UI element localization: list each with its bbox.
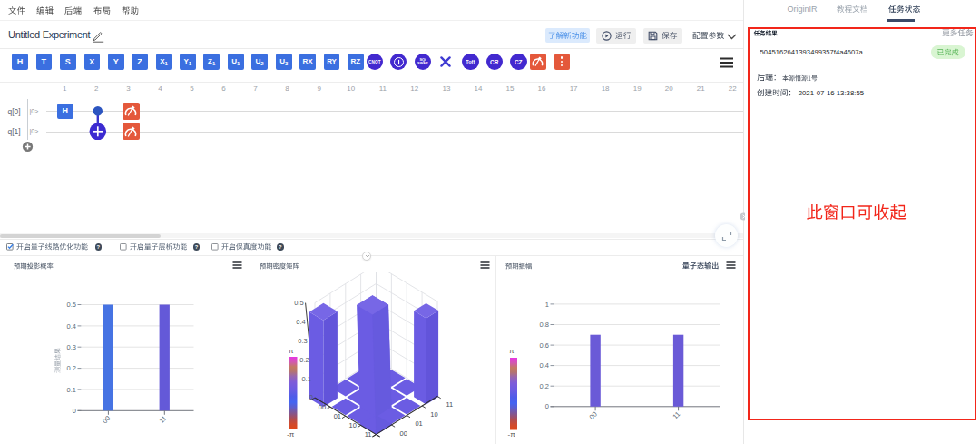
svg-text:0.2: 0.2 xyxy=(299,356,309,364)
svg-text:11: 11 xyxy=(446,400,454,409)
svg-text:00: 00 xyxy=(318,403,326,411)
svg-text:11: 11 xyxy=(158,414,169,425)
svg-text:0.5: 0.5 xyxy=(294,299,303,307)
svg-text:0.2: 0.2 xyxy=(540,382,549,390)
svg-text:0.3: 0.3 xyxy=(298,337,307,345)
svg-text:01: 01 xyxy=(415,419,422,428)
svg-text:0.2: 0.2 xyxy=(67,364,76,372)
svg-text:00: 00 xyxy=(101,414,112,425)
svg-text:0.4: 0.4 xyxy=(540,361,549,370)
svg-text:11: 11 xyxy=(671,410,682,421)
svg-text:1: 1 xyxy=(545,301,549,309)
svg-text:0.1: 0.1 xyxy=(301,375,310,383)
svg-text:11: 11 xyxy=(365,430,372,439)
svg-text:01: 01 xyxy=(334,412,341,420)
svg-text:0: 0 xyxy=(545,402,549,410)
svg-text:10: 10 xyxy=(349,421,357,429)
svg-text:00: 00 xyxy=(400,429,407,438)
svg-text:0.6: 0.6 xyxy=(540,341,549,350)
svg-text:0.3: 0.3 xyxy=(67,343,76,351)
svg-text:10: 10 xyxy=(430,410,437,419)
svg-text:0.8: 0.8 xyxy=(540,321,549,329)
svg-text:0.4: 0.4 xyxy=(296,318,305,326)
svg-text:0: 0 xyxy=(309,393,313,401)
svg-text:00: 00 xyxy=(588,410,599,421)
svg-text:0.1: 0.1 xyxy=(67,386,76,394)
svg-text:0.5: 0.5 xyxy=(67,301,76,309)
svg-text:0.4: 0.4 xyxy=(67,322,76,331)
svg-text:0: 0 xyxy=(73,407,76,415)
